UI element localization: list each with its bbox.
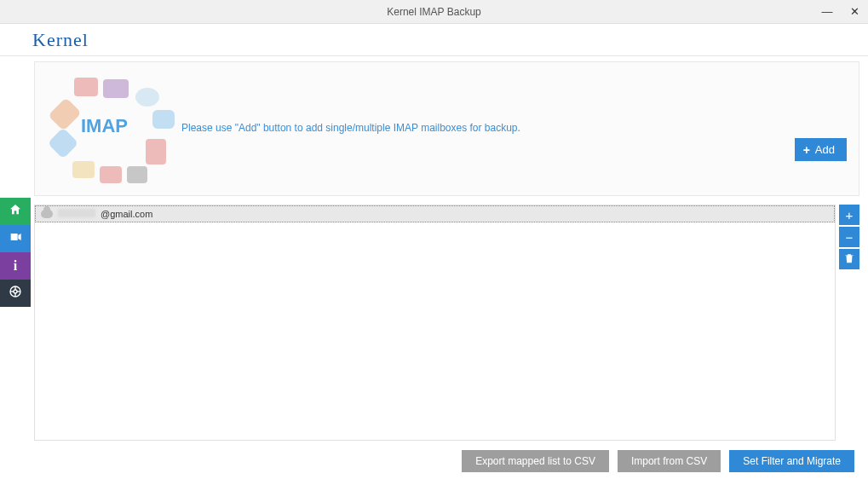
- minus-icon: −: [846, 230, 854, 245]
- mailbox-list[interactable]: @gmail.com: [34, 205, 836, 441]
- main-panel: IMAP Please use "Add" button to add sing…: [31, 56, 868, 485]
- mailbox-username: [58, 209, 95, 219]
- import-csv-button[interactable]: Import from CSV: [618, 450, 721, 472]
- list-add-button[interactable]: +: [839, 205, 859, 225]
- window-controls: — ✕: [813, 0, 868, 23]
- set-filter-migrate-button[interactable]: Set Filter and Migrate: [729, 450, 854, 472]
- close-button[interactable]: ✕: [841, 0, 868, 23]
- window-title: Kernel IMAP Backup: [0, 6, 868, 18]
- list-delete-button[interactable]: [839, 249, 859, 269]
- brand-logo: Kernel: [32, 29, 89, 51]
- trash-icon: [843, 252, 855, 267]
- plus-icon: +: [846, 208, 854, 222]
- svg-point-1: [14, 290, 17, 293]
- nav-help[interactable]: [0, 280, 31, 307]
- mailbox-domain: @gmail.com: [101, 209, 152, 219]
- logo-row: Kernel: [0, 24, 868, 56]
- minimize-button[interactable]: —: [813, 0, 841, 23]
- titlebar: Kernel IMAP Backup — ✕: [0, 0, 868, 24]
- plus-icon: +: [803, 144, 810, 156]
- mailbox-row[interactable]: @gmail.com: [35, 205, 835, 222]
- left-nav: i: [0, 56, 31, 485]
- nav-video[interactable]: [0, 225, 31, 252]
- list-area: @gmail.com + −: [34, 205, 859, 441]
- video-icon: [9, 230, 22, 247]
- home-icon: [9, 203, 22, 220]
- help-icon: [9, 285, 22, 302]
- export-csv-button[interactable]: Export mapped list to CSV: [462, 450, 609, 472]
- imap-graphic-label: IMAP: [81, 115, 128, 137]
- cloud-icon: [41, 210, 53, 218]
- nav-home[interactable]: [0, 198, 31, 225]
- add-button-label: Add: [815, 143, 835, 156]
- instruction-text: Please use "Add" button to add single/mu…: [181, 122, 520, 134]
- list-remove-button[interactable]: −: [839, 227, 859, 247]
- nav-info[interactable]: i: [0, 252, 31, 280]
- footer-actions: Export mapped list to CSV Import from CS…: [34, 446, 859, 476]
- add-button[interactable]: + Add: [795, 138, 847, 161]
- info-panel: IMAP Please use "Add" button to add sing…: [34, 61, 859, 196]
- imap-graphic: IMAP: [47, 72, 166, 183]
- info-icon: i: [14, 258, 17, 274]
- list-tools: + −: [839, 205, 859, 441]
